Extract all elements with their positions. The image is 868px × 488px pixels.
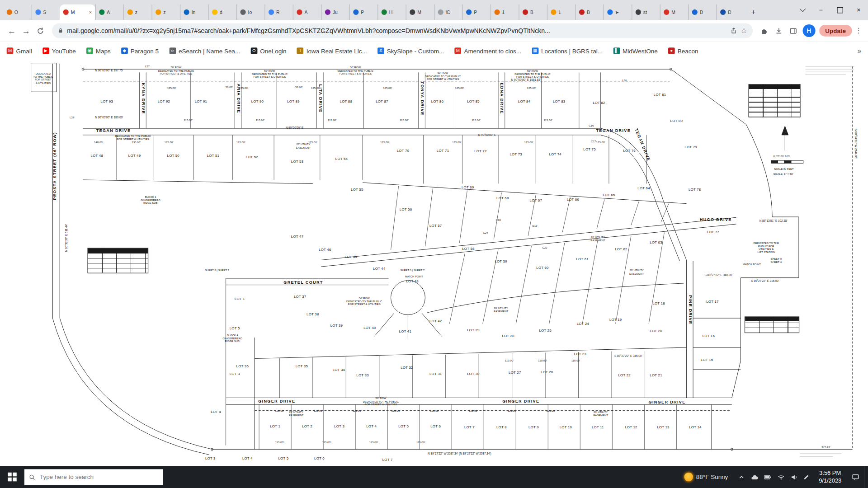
browser-tab[interactable]: P: [349, 5, 377, 20]
address-bar[interactable]: mail.google.com/mail/u/0/?zx=xg2y5nj15ma…: [52, 23, 753, 38]
tab-title: M: [671, 9, 675, 15]
tab-title: st: [643, 9, 647, 15]
downloads-icon[interactable]: [772, 23, 786, 38]
bookmarks-list: MGmail▶YouTube◉Maps◆Paragon 5eeSearch | …: [7, 47, 698, 54]
tray-chevron-up-icon[interactable]: [738, 474, 745, 481]
browser-tab[interactable]: M×: [60, 5, 95, 20]
browser-tab[interactable]: P: [462, 5, 490, 20]
clock-time: 3:56 PM: [819, 469, 841, 477]
tab-title: O: [14, 9, 18, 15]
forward-button[interactable]: →: [19, 23, 33, 38]
tab-title: A: [107, 9, 110, 15]
browser-tab[interactable]: D: [716, 5, 744, 20]
maximize-icon: [837, 7, 843, 13]
start-button[interactable]: [0, 466, 24, 488]
browser-tab[interactable]: iC: [434, 5, 462, 20]
refresh-button[interactable]: [33, 23, 47, 38]
browser-tab[interactable]: A: [293, 5, 321, 20]
bookmark-item[interactable]: OOneLogin: [250, 47, 286, 54]
tab-favicon-icon: [240, 9, 245, 15]
bookmark-item[interactable]: MAmendment to clos...: [455, 47, 521, 54]
volume-icon[interactable]: [790, 474, 797, 481]
taskbar-weather[interactable]: 88°F Sunny: [684, 473, 728, 482]
browser-tab[interactable]: 1: [491, 5, 519, 20]
tab-favicon-icon: [410, 9, 415, 15]
browser-tab[interactable]: D: [688, 5, 716, 20]
browser-menu-button[interactable]: ⋮: [854, 27, 863, 35]
browser-tab[interactable]: B: [519, 5, 547, 20]
bookmark-favicon-icon: ▌: [613, 47, 620, 54]
tab-title: H: [389, 9, 393, 15]
onedrive-cloud-icon[interactable]: [750, 474, 758, 481]
bookmark-item[interactable]: ◉Maps: [86, 47, 111, 54]
tab-title: A: [304, 9, 307, 15]
tab-title: 1: [502, 9, 505, 15]
pen-icon[interactable]: [803, 474, 810, 481]
browser-tab[interactable]: M: [406, 5, 434, 20]
show-desktop-button[interactable]: [865, 466, 868, 488]
tab-title: D: [728, 9, 731, 15]
browser-tab[interactable]: S: [32, 5, 60, 20]
wifi-icon[interactable]: [777, 474, 785, 481]
tab-title: P: [361, 9, 364, 15]
browser-tab[interactable]: d: [208, 5, 236, 20]
tab-favicon-icon: [579, 9, 585, 15]
action-center-button[interactable]: [846, 466, 865, 488]
window-close-button[interactable]: ×: [849, 2, 868, 19]
bookmark-item[interactable]: SSkySlope - Custom...: [377, 47, 444, 54]
taskbar-clock[interactable]: 3:56 PM 9/1/2023: [819, 469, 841, 484]
tab-title: ➤: [615, 9, 619, 15]
back-button[interactable]: ←: [5, 23, 19, 38]
tab-title: L: [559, 9, 561, 15]
battery-icon[interactable]: [764, 474, 773, 481]
bookmark-item[interactable]: ◆Paragon 5: [121, 47, 159, 54]
browser-tab[interactable]: M: [660, 5, 688, 20]
bookmark-star-icon[interactable]: ☆: [741, 27, 747, 35]
browser-tab[interactable]: Io: [236, 5, 264, 20]
browser-tab[interactable]: B: [575, 5, 603, 20]
bookmark-item[interactable]: ▶YouTube: [42, 47, 76, 54]
bookmark-item[interactable]: ▌MidWestOne: [613, 47, 657, 54]
window-minimize-button[interactable]: −: [811, 2, 830, 19]
share-icon[interactable]: [730, 27, 737, 34]
desktop: TEGAN DRIVETEGAN DRIVETEGAN DRIVEGINGER …: [0, 0, 868, 488]
extensions-puzzle-icon[interactable]: [757, 23, 772, 38]
bookmark-favicon-icon: ●: [668, 47, 675, 54]
new-tab-button[interactable]: +: [747, 5, 760, 18]
window-maximize-button[interactable]: [830, 2, 849, 19]
bookmark-item[interactable]: MGmail: [7, 47, 32, 54]
browser-tab[interactable]: Ju: [321, 5, 349, 20]
side-panel-icon[interactable]: [786, 23, 800, 38]
download-glyph: [775, 27, 783, 34]
browser-tab[interactable]: z: [152, 5, 180, 20]
curve-table-left: [87, 248, 148, 273]
tab-title: D: [700, 9, 703, 15]
tab-favicon-icon: [607, 9, 613, 15]
browser-tab[interactable]: R: [264, 5, 292, 20]
taskbar-search-input[interactable]: [38, 473, 158, 481]
browser-tab[interactable]: H: [377, 5, 406, 20]
browser-tab[interactable]: L: [547, 5, 575, 20]
bookmark-item[interactable]: eeSearch | Name Sea...: [169, 47, 240, 54]
browser-tab[interactable]: O: [3, 5, 31, 20]
tab-search-chevron-icon[interactable]: [800, 6, 806, 12]
bookmark-item[interactable]: ▦Locations | BGRS tal...: [532, 47, 603, 54]
browser-tab[interactable]: A: [95, 5, 123, 20]
browser-tab[interactable]: ➤: [604, 5, 632, 20]
tab-title: R: [276, 9, 280, 15]
profile-avatar[interactable]: H: [802, 24, 815, 37]
taskbar-search[interactable]: [24, 469, 163, 485]
line-table-right: [745, 316, 799, 333]
chrome-update-button[interactable]: Update: [819, 25, 852, 37]
bookmark-item[interactable]: IIowa Real Estate Lic...: [297, 47, 367, 54]
tab-favicon-icon: [184, 9, 189, 15]
tab-favicon-icon: [269, 9, 274, 15]
browser-tab[interactable]: z: [123, 5, 151, 20]
bookmark-item[interactable]: ●Beacon: [668, 47, 698, 54]
windows-logo-icon: [8, 473, 16, 481]
browser-tab[interactable]: In: [180, 5, 208, 20]
bookmarks-overflow-chevron[interactable]: »: [857, 47, 861, 55]
system-tray: [738, 474, 810, 481]
tab-close-icon[interactable]: ×: [89, 9, 92, 15]
browser-tab[interactable]: st: [632, 5, 660, 20]
